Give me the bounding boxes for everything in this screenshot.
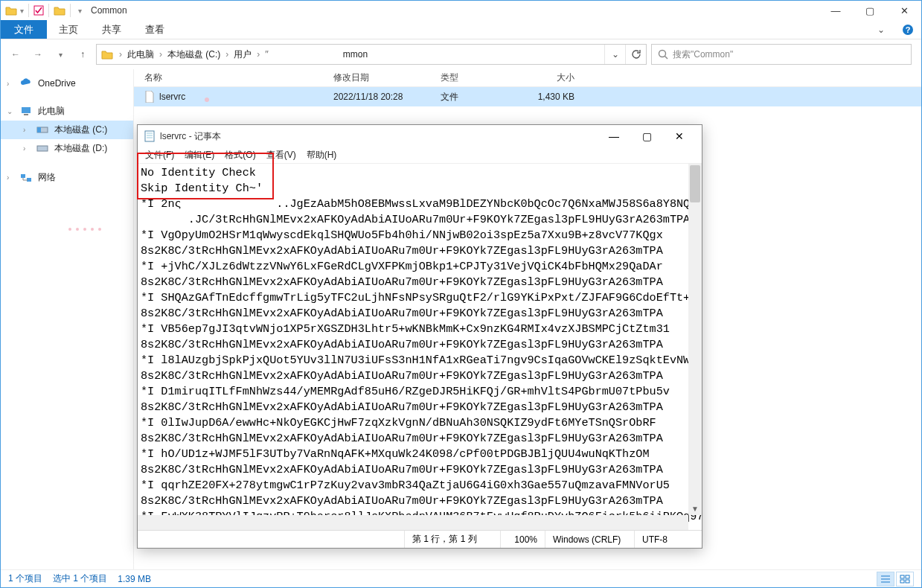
- sidebar-thispc[interactable]: ⌄ 此电脑: [1, 102, 133, 121]
- notepad-window: lservrc - 记事本 — ▢ ✕ 文件(F) 编辑(E) 格式(O) 查看…: [137, 124, 702, 549]
- nav-sidebar: › OneDrive ⌄ 此电脑 › 本地磁盘 (C:) › 本地磁盘 (D:)…: [1, 69, 133, 569]
- expand-icon[interactable]: ›: [23, 144, 31, 153]
- crumb-common[interactable]: mmon: [339, 49, 371, 60]
- titlebar: ▾ ▾ Common — ▢ ✕: [1, 1, 921, 20]
- status-size: 1.39 MB: [118, 574, 151, 584]
- expand-icon[interactable]: ›: [7, 173, 14, 182]
- home-tab[interactable]: 主页: [47, 20, 90, 39]
- column-type[interactable]: 类型: [435, 71, 521, 84]
- np-minimize-button[interactable]: —: [598, 125, 630, 147]
- search-icon: [658, 49, 668, 60]
- chevron-right-icon[interactable]: ›: [224, 49, 230, 60]
- sidebar-network[interactable]: › 网络: [1, 168, 133, 187]
- np-menu-edit[interactable]: 编辑(E): [185, 149, 214, 162]
- notepad-titlebar[interactable]: lservrc - 记事本 — ▢ ✕: [138, 125, 702, 147]
- breadcrumb-folder-icon: [101, 49, 113, 60]
- np-zoom: 100%: [501, 531, 545, 548]
- close-button[interactable]: ✕: [887, 1, 921, 20]
- svg-rect-8: [37, 127, 41, 132]
- svg-rect-10: [21, 174, 25, 178]
- ribbon-expand-icon[interactable]: ⌄: [868, 20, 894, 39]
- svg-rect-5: [22, 107, 31, 113]
- file-row[interactable]: lservrc 2022/11/18 20:28 文件 1,430 KB: [134, 87, 921, 106]
- sidebar-diskd[interactable]: › 本地磁盘 (D:): [1, 139, 133, 158]
- up-button[interactable]: ↑: [74, 45, 92, 63]
- svg-rect-9: [37, 146, 48, 151]
- chevron-right-icon[interactable]: ›: [118, 49, 124, 60]
- notepad-body[interactable]: No Identity Check Skip Identity Ch~' *I …: [138, 164, 702, 530]
- np-menu-help[interactable]: 帮助(H): [307, 149, 337, 162]
- svg-rect-6: [24, 114, 28, 115]
- np-close-button[interactable]: ✕: [663, 125, 696, 147]
- chevron-right-icon[interactable]: ›: [158, 49, 164, 60]
- svg-line-4: [665, 57, 668, 60]
- column-name[interactable]: 名称: [138, 71, 327, 84]
- sidebar-label: OneDrive: [38, 78, 76, 89]
- decoration: [66, 223, 111, 229]
- np-menu-file[interactable]: 文件(F): [145, 149, 174, 162]
- disk-icon: [36, 125, 48, 135]
- column-date[interactable]: 修改日期: [327, 71, 435, 84]
- address-dropdown-icon[interactable]: ⌄: [604, 45, 625, 64]
- np-menu-format[interactable]: 格式(O): [225, 149, 255, 162]
- qat-properties-icon[interactable]: [33, 5, 44, 16]
- file-icon: [144, 91, 155, 103]
- back-button[interactable]: ←: [7, 45, 25, 63]
- share-tab[interactable]: 共享: [90, 20, 133, 39]
- file-tab[interactable]: 文件: [1, 20, 47, 39]
- sidebar-label: 本地磁盘 (D:): [54, 142, 107, 155]
- status-bar: 1 个项目 选中 1 个项目 1.39 MB: [1, 569, 921, 587]
- expand-icon[interactable]: ›: [7, 80, 14, 88]
- qat-overflow-icon[interactable]: ▾: [78, 7, 82, 15]
- column-size[interactable]: 大小: [521, 71, 580, 84]
- disk-icon: [36, 144, 48, 154]
- breadcrumb-bar[interactable]: › 此电脑 › 本地磁盘 (C:) › 用户 › ′′ mmon ⌄: [96, 44, 647, 65]
- np-cursor-pos: 第 1 行，第 1 列: [404, 531, 501, 548]
- expand-icon[interactable]: ›: [23, 126, 31, 134]
- refresh-button[interactable]: [625, 45, 646, 64]
- horizontal-scrollbar[interactable]: [138, 515, 688, 530]
- sidebar-label: 此电脑: [38, 105, 65, 118]
- sidebar-diskc[interactable]: › 本地磁盘 (C:): [1, 121, 133, 139]
- notepad-statusbar: 第 1 行，第 1 列 100% Windows (CRLF) UTF-8: [138, 530, 702, 548]
- thumbnails-view-button[interactable]: [896, 572, 914, 587]
- crumb-diskc[interactable]: 本地磁盘 (C:): [164, 48, 224, 61]
- qat-dropdown-icon[interactable]: ▾: [20, 7, 24, 15]
- scroll-down-icon[interactable]: ▼: [688, 502, 702, 515]
- chevron-right-icon[interactable]: ›: [255, 49, 261, 60]
- svg-rect-19: [145, 131, 154, 141]
- np-eol: Windows (CRLF): [545, 531, 635, 548]
- notepad-menu: 文件(F) 编辑(E) 格式(O) 查看(V) 帮助(H): [138, 147, 702, 164]
- history-dropdown-icon[interactable]: ▾: [51, 45, 69, 63]
- forward-button[interactable]: →: [29, 45, 47, 63]
- window-title: Common: [91, 5, 127, 16]
- scroll-thumb[interactable]: [690, 165, 700, 202]
- search-input[interactable]: 搜索"Common": [651, 44, 912, 65]
- np-menu-view[interactable]: 查看(V): [266, 149, 296, 162]
- notepad-title: lservrc - 记事本: [160, 130, 221, 143]
- np-maximize-button[interactable]: ▢: [630, 125, 663, 147]
- vertical-scrollbar[interactable]: ▲ ▼: [688, 164, 702, 515]
- svg-rect-18: [906, 580, 909, 583]
- crumb-truncated[interactable]: ′′: [261, 49, 272, 60]
- onedrive-icon: [20, 78, 32, 89]
- crumb-users[interactable]: 用户: [230, 48, 255, 61]
- decoration: [205, 98, 209, 102]
- minimize-button[interactable]: —: [819, 1, 853, 20]
- network-icon: [20, 173, 32, 183]
- file-type: 文件: [435, 91, 521, 103]
- file-date: 2022/11/18 20:28: [327, 92, 435, 102]
- np-encoding: UTF-8: [635, 531, 702, 548]
- help-icon[interactable]: ?: [894, 20, 921, 39]
- qat-open-icon[interactable]: [54, 5, 65, 16]
- details-view-button[interactable]: [877, 572, 894, 587]
- crumb-thispc[interactable]: 此电脑: [124, 48, 158, 61]
- notepad-text[interactable]: No Identity Check Skip Identity Ch~' *I …: [141, 165, 688, 530]
- sidebar-onedrive[interactable]: › OneDrive: [1, 75, 133, 92]
- maximize-button[interactable]: ▢: [853, 1, 887, 20]
- sidebar-label: 网络: [38, 171, 56, 184]
- search-placeholder: 搜索"Common": [673, 48, 733, 61]
- file-name: lservrc: [159, 92, 185, 102]
- collapse-icon[interactable]: ⌄: [7, 107, 14, 115]
- view-tab[interactable]: 查看: [133, 20, 176, 39]
